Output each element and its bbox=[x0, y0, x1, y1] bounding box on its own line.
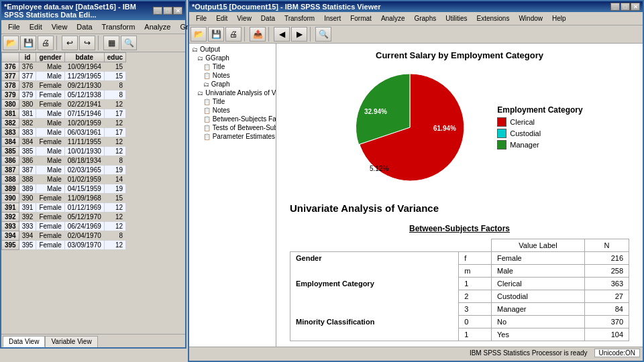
cell-educ: 8 bbox=[104, 90, 125, 100]
menu-analyze-left[interactable]: Analyze bbox=[140, 21, 174, 32]
tree-item-icon: 📋 bbox=[203, 116, 211, 123]
anova-section: Univariate Analysis of Variance Between-… bbox=[290, 202, 629, 341]
open-right[interactable]: 📂 bbox=[191, 27, 207, 42]
tree-item[interactable]: 📋Between-Subjects Factors bbox=[191, 115, 274, 123]
menu-file-left[interactable]: File bbox=[4, 21, 24, 32]
col-header-bdate[interactable]: bdate bbox=[64, 53, 104, 62]
table-row[interactable]: 383 383 Male 06/03/1961 17 bbox=[2, 128, 126, 137]
table-row[interactable]: 388 388 Male 01/02/1959 14 bbox=[2, 175, 126, 184]
close-right[interactable]: ✕ bbox=[631, 3, 640, 11]
cell-educ: 15 bbox=[104, 194, 125, 203]
menu-transform-right[interactable]: Transform bbox=[280, 13, 319, 23]
table-row[interactable]: 382 382 Male 10/20/1959 12 bbox=[2, 119, 126, 128]
nav-tree[interactable]: 🗂Output 🗂GGraph 📋Title 📋Notes 🗂Graph 🗂Un… bbox=[189, 44, 276, 347]
table-row[interactable]: 390 390 Female 11/09/1968 15 bbox=[2, 194, 126, 203]
save-btn[interactable]: 💾 bbox=[20, 36, 36, 50]
menu-format-right[interactable]: Format bbox=[346, 13, 376, 23]
tree-item[interactable]: 📋Title bbox=[191, 62, 274, 71]
table-row[interactable]: 391 391 Female 01/12/1969 12 bbox=[2, 203, 126, 213]
redo-btn[interactable]: ↪ bbox=[79, 36, 95, 50]
print-btn[interactable]: 🖨 bbox=[38, 36, 54, 50]
menu-view-left[interactable]: View bbox=[48, 21, 72, 32]
menu-graphs-right[interactable]: Graphs bbox=[410, 13, 440, 23]
table-row[interactable]: 389 389 Male 04/15/1959 19 bbox=[2, 184, 126, 194]
tree-item[interactable]: 📋Notes bbox=[191, 106, 274, 115]
tree-item[interactable]: 📋Tests of Between-Subjects... bbox=[191, 123, 274, 132]
menu-help-right[interactable]: Help bbox=[548, 13, 570, 23]
cell-educ: 19 bbox=[104, 166, 125, 175]
menu-ext-right[interactable]: Extensions bbox=[472, 13, 513, 23]
maximize-btn[interactable]: □ bbox=[163, 7, 172, 15]
restore-right[interactable]: □ bbox=[621, 3, 630, 11]
cell-gender: Male bbox=[36, 109, 64, 119]
open-btn[interactable]: 📂 bbox=[3, 36, 19, 50]
tree-item[interactable]: 🗂GGraph bbox=[191, 54, 274, 62]
zoom-btn[interactable]: 🔍 bbox=[315, 27, 331, 42]
output-content[interactable]: Current Salary by Employment Category bbox=[276, 44, 643, 347]
minimize-right[interactable]: _ bbox=[610, 3, 620, 11]
var-btn[interactable]: ▦ bbox=[103, 36, 119, 50]
tree-item[interactable]: 🗂Univariate Analysis of Variance bbox=[191, 88, 274, 97]
data-table-container[interactable]: id gender bdate educ 376 376 Male 10/09/… bbox=[1, 52, 185, 334]
row-number: 394 bbox=[2, 231, 19, 241]
table-row[interactable]: 380 380 Female 02/22/1941 12 bbox=[2, 100, 126, 109]
tab-variable-view[interactable]: Variable View bbox=[45, 336, 97, 347]
menu-view-right[interactable]: View bbox=[233, 13, 256, 23]
cell-id: 392 bbox=[19, 213, 36, 222]
menu-data-right[interactable]: Data bbox=[257, 13, 279, 23]
cell-educ: 17 bbox=[104, 109, 125, 119]
cell-educ: 15 bbox=[104, 72, 125, 81]
tree-item[interactable]: 📋Title bbox=[191, 97, 274, 106]
cell-gender: Female bbox=[36, 100, 64, 109]
find-btn[interactable]: 🔍 bbox=[121, 36, 137, 50]
table-row[interactable]: 393 393 Female 06/24/1969 12 bbox=[2, 222, 126, 231]
factor-name bbox=[290, 265, 459, 278]
tab-data-view[interactable]: Data View bbox=[3, 336, 45, 347]
export-btn[interactable]: 📤 bbox=[250, 27, 266, 42]
tree-item[interactable]: 📋Parameter Estimates bbox=[191, 132, 274, 141]
tree-item[interactable]: 📋Notes bbox=[191, 71, 274, 80]
table-row[interactable]: 385 385 Male 10/01/1930 12 bbox=[2, 147, 126, 156]
cell-id: 382 bbox=[19, 119, 36, 128]
tree-item[interactable]: 🗂Graph bbox=[191, 80, 274, 88]
table-row[interactable]: 379 379 Female 05/12/1938 8 bbox=[2, 90, 126, 100]
table-row[interactable]: 394 394 Female 02/04/1970 8 bbox=[2, 231, 126, 241]
table-row[interactable]: 377 377 Male 11/29/1965 15 bbox=[2, 72, 126, 81]
table-row[interactable]: 384 384 Female 11/11/1955 12 bbox=[2, 137, 126, 147]
menu-edit-left[interactable]: Edit bbox=[25, 21, 46, 32]
table-row[interactable]: 395 395 Female 03/09/1970 12 bbox=[2, 241, 126, 250]
table-row[interactable]: 386 386 Male 08/18/1934 8 bbox=[2, 156, 126, 166]
cell-bdate: 01/02/1959 bbox=[64, 175, 104, 184]
undo-btn[interactable]: ↩ bbox=[62, 36, 78, 50]
tree-item-label: Tests of Between-Subjects... bbox=[213, 124, 276, 131]
table-row[interactable]: 378 378 Female 09/21/1930 8 bbox=[2, 81, 126, 90]
back-btn[interactable]: ◀ bbox=[274, 27, 290, 42]
col-header-educ[interactable]: educ bbox=[104, 53, 125, 62]
col-header-id[interactable]: id bbox=[19, 53, 36, 62]
cell-bdate: 10/01/1930 bbox=[64, 147, 104, 156]
menu-file-right[interactable]: File bbox=[192, 13, 211, 23]
menu-utilities-right[interactable]: Utilities bbox=[441, 13, 471, 23]
tree-item-icon: 📋 bbox=[203, 64, 211, 70]
print-right[interactable]: 🖨 bbox=[225, 27, 241, 42]
tree-item-label: Between-Subjects Factors bbox=[213, 115, 276, 123]
menu-window-right[interactable]: Window bbox=[515, 13, 547, 23]
cell-id: 383 bbox=[19, 128, 36, 137]
table-row[interactable]: 387 387 Male 02/03/1965 19 bbox=[2, 166, 126, 175]
menu-edit-right[interactable]: Edit bbox=[212, 13, 231, 23]
menu-analyze-right[interactable]: Analyze bbox=[377, 13, 409, 23]
col-header-gender[interactable]: gender bbox=[36, 53, 64, 62]
fwd-btn[interactable]: ▶ bbox=[291, 27, 307, 42]
tree-item[interactable]: 🗂Output bbox=[191, 45, 274, 54]
tree-item-label: GGraph bbox=[205, 54, 229, 62]
minimize-btn[interactable]: _ bbox=[153, 7, 162, 15]
menu-transform-left[interactable]: Transform bbox=[98, 21, 140, 32]
table-row[interactable]: 392 392 Female 05/12/1970 12 bbox=[2, 213, 126, 222]
table-row[interactable]: 376 376 Male 10/09/1964 15 bbox=[2, 62, 126, 72]
menu-insert-right[interactable]: Insert bbox=[320, 13, 345, 23]
value-label: Manager bbox=[492, 303, 585, 316]
save-right[interactable]: 💾 bbox=[208, 27, 224, 42]
menu-data-left[interactable]: Data bbox=[72, 21, 96, 32]
close-btn[interactable]: ✕ bbox=[173, 7, 182, 15]
table-row[interactable]: 381 381 Male 07/15/1946 17 bbox=[2, 109, 126, 119]
